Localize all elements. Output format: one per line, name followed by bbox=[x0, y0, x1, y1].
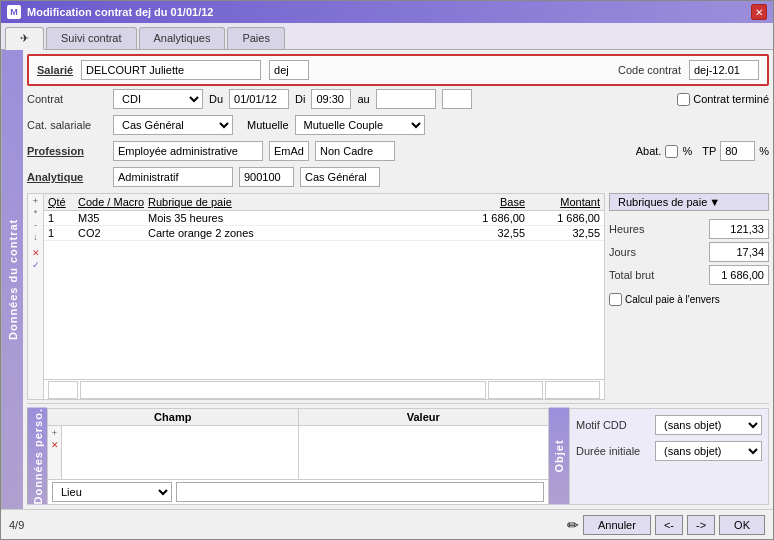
dp-valeur-col bbox=[299, 426, 549, 479]
side-label-donnees-perso: Données perso. bbox=[27, 408, 47, 505]
th-montant: Montant bbox=[525, 196, 600, 208]
annuler-button[interactable]: Annuler bbox=[583, 515, 651, 535]
dp-header: Champ Valeur bbox=[48, 409, 548, 426]
heures-row: Heures bbox=[609, 219, 769, 239]
tab-suivi-label: Suivi contrat bbox=[61, 32, 122, 44]
stats-panel: Rubriques de paie ▼ Heures Jours bbox=[609, 193, 769, 400]
abat-checkbox[interactable] bbox=[665, 145, 678, 158]
profession-input[interactable] bbox=[113, 141, 263, 161]
page-indicator: 4/9 bbox=[9, 519, 24, 531]
dp-champ-textarea[interactable] bbox=[62, 426, 298, 479]
new-row-input[interactable] bbox=[80, 381, 486, 399]
cat-salariale-label: Cat. salariale bbox=[27, 119, 107, 131]
tab-analytiques-label: Analytiques bbox=[154, 32, 211, 44]
dp-action-plus[interactable]: + bbox=[52, 428, 57, 438]
total-brut-row: Total brut bbox=[609, 265, 769, 285]
tab-paies[interactable]: Paies bbox=[227, 27, 285, 49]
analytique-type-input[interactable] bbox=[300, 167, 380, 187]
mutuelle-select[interactable]: Mutuelle Couple bbox=[295, 115, 425, 135]
au-date-input[interactable] bbox=[376, 89, 436, 109]
donnees-perso-panel: Champ Valeur + ✕ bbox=[47, 408, 549, 505]
dp-side-actions: + ✕ bbox=[48, 426, 62, 479]
heures-value[interactable] bbox=[709, 219, 769, 239]
du-date-input[interactable] bbox=[229, 89, 289, 109]
analytique-input[interactable] bbox=[113, 167, 233, 187]
title-bar: M Modification contrat dej du 01/01/12 ✕ bbox=[1, 1, 773, 23]
tp-input[interactable] bbox=[720, 141, 755, 161]
tabs-bar: ✈ Suivi contrat Analytiques Paies bbox=[1, 23, 773, 50]
action-delete[interactable]: ✕ bbox=[32, 248, 40, 258]
dp-valeur-header: Valeur bbox=[299, 409, 549, 425]
calcul-paie-checkbox[interactable] bbox=[609, 293, 622, 306]
rubriques-paie-button[interactable]: Rubriques de paie ▼ bbox=[609, 193, 769, 211]
action-down[interactable]: ↓ bbox=[33, 232, 38, 242]
ok-button[interactable]: OK bbox=[719, 515, 765, 535]
cat-salariale-select[interactable]: Cas Général bbox=[113, 115, 233, 135]
abat-label: Abat. bbox=[636, 145, 662, 157]
th-code: Code / Macro bbox=[78, 196, 148, 208]
motif-cdd-row: Motif CDD (sans objet) bbox=[576, 415, 762, 435]
contrat-termine-checkbox[interactable] bbox=[677, 93, 690, 106]
calcul-paie-label: Calcul paie à l'envers bbox=[625, 294, 720, 305]
row1-code: M35 bbox=[78, 212, 148, 224]
profession-code-input[interactable] bbox=[269, 141, 309, 161]
profession-cadre-input[interactable] bbox=[315, 141, 395, 161]
salarie-label: Salarié bbox=[37, 64, 73, 76]
new-row-montant[interactable] bbox=[545, 381, 600, 399]
jours-value[interactable] bbox=[709, 242, 769, 262]
total-brut-value[interactable] bbox=[709, 265, 769, 285]
au-extra-input[interactable] bbox=[442, 89, 472, 109]
code-contrat-label: Code contrat bbox=[618, 64, 681, 76]
lieu-value-input[interactable] bbox=[176, 482, 544, 502]
code-contrat-input[interactable] bbox=[689, 60, 759, 80]
contrat-type-select[interactable]: CDI bbox=[113, 89, 203, 109]
total-brut-label: Total brut bbox=[609, 269, 654, 281]
dropdown-icon: ▼ bbox=[709, 196, 720, 208]
jours-row: Jours bbox=[609, 242, 769, 262]
analytique-code-input[interactable] bbox=[239, 167, 294, 187]
profession-row: Profession Abat. % TP % bbox=[27, 141, 769, 161]
dp-action-delete[interactable]: ✕ bbox=[51, 440, 59, 450]
tab-icon-label: ✈ bbox=[20, 32, 29, 44]
di-time-input[interactable] bbox=[311, 89, 351, 109]
duree-initiale-select[interactable]: (sans objet) bbox=[655, 441, 762, 461]
paie-table-container: + * - ↓ ✕ ✓ Qté Code / Macro Rubrique de… bbox=[27, 193, 605, 400]
motif-cdd-label: Motif CDD bbox=[576, 419, 651, 431]
contrat-row: Contrat CDI Du Di au Contrat terminé bbox=[27, 89, 769, 109]
cat-salariale-row: Cat. salariale Cas Général Mutuelle Mutu… bbox=[27, 115, 769, 135]
salarie-bar: Salarié Code contrat bbox=[27, 54, 769, 86]
duree-initiale-row: Durée initiale (sans objet) bbox=[576, 441, 762, 461]
row2-code: CO2 bbox=[78, 227, 148, 239]
next-button[interactable]: -> bbox=[687, 515, 715, 535]
motif-cdd-select[interactable]: (sans objet) bbox=[655, 415, 762, 435]
lieu-select[interactable]: Lieu bbox=[52, 482, 172, 502]
th-qty: Qté bbox=[48, 196, 78, 208]
dp-valeur-textarea[interactable] bbox=[299, 426, 549, 479]
tab-icon[interactable]: ✈ bbox=[5, 27, 44, 50]
new-row-qty[interactable] bbox=[48, 381, 78, 399]
tab-analytiques[interactable]: Analytiques bbox=[139, 27, 226, 49]
action-minus[interactable]: - bbox=[34, 220, 37, 230]
au-label: au bbox=[357, 93, 369, 105]
footer-buttons: ✏ Annuler <- -> OK bbox=[567, 515, 765, 535]
table-header: Qté Code / Macro Rubrique de paie Base M… bbox=[44, 194, 604, 211]
jours-label: Jours bbox=[609, 246, 636, 258]
footer-bar: 4/9 ✏ Annuler <- -> OK bbox=[1, 509, 773, 539]
salarie-code-input[interactable] bbox=[269, 60, 309, 80]
row1-base: 1 686,00 bbox=[450, 212, 525, 224]
close-button[interactable]: ✕ bbox=[751, 4, 767, 20]
analytique-row: Analytique bbox=[27, 167, 769, 187]
tab-suivi-contrat[interactable]: Suivi contrat bbox=[46, 27, 137, 49]
table-body: 1 M35 Mois 35 heures 1 686,00 1 686,00 1… bbox=[44, 211, 604, 379]
action-plus[interactable]: + bbox=[33, 196, 38, 206]
action-asterisk[interactable]: * bbox=[34, 208, 38, 218]
dp-footer: Lieu bbox=[48, 479, 548, 504]
objet-side-label: Objet bbox=[549, 408, 569, 505]
action-check[interactable]: ✓ bbox=[32, 260, 40, 270]
dp-champ-header: Champ bbox=[48, 409, 299, 425]
mutuelle-label: Mutuelle bbox=[247, 119, 289, 131]
window-icon: M bbox=[7, 5, 21, 19]
salarie-name-input[interactable] bbox=[81, 60, 261, 80]
prev-button[interactable]: <- bbox=[655, 515, 683, 535]
new-row-base[interactable] bbox=[488, 381, 543, 399]
